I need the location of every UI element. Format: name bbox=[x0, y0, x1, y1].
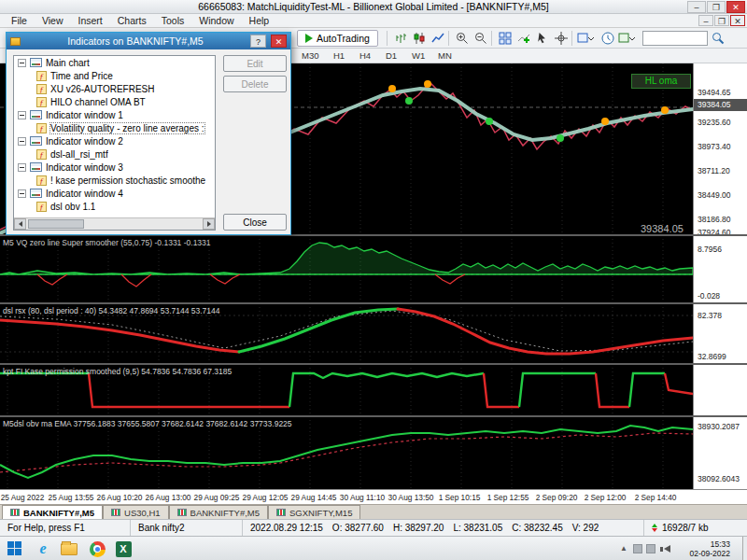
kase-green-3 bbox=[519, 373, 596, 407]
timeframe-h1[interactable]: H1 bbox=[329, 49, 349, 62]
taskbar-clock[interactable]: 15:33 02-09-2022 bbox=[690, 539, 730, 558]
status-account[interactable]: Bank nifty2 bbox=[131, 520, 243, 537]
menu-window[interactable]: Window bbox=[191, 14, 241, 27]
title-bar[interactable]: 66665083: MatchLiquidityTest-ML - Billio… bbox=[0, 0, 747, 14]
crosshair-icon[interactable] bbox=[553, 31, 570, 46]
search-input[interactable] bbox=[642, 31, 708, 46]
speaker-icon[interactable] bbox=[664, 545, 670, 553]
tree-item-indicator-window-3[interactable]: Indicator window 3 bbox=[14, 161, 215, 174]
menu-charts[interactable]: Charts bbox=[110, 14, 154, 27]
child-minimize-button[interactable]: – bbox=[698, 15, 713, 26]
close-dialog-button[interactable]: Close bbox=[223, 214, 287, 231]
scrollbar-thumb[interactable] bbox=[28, 219, 84, 229]
scroll-right-icon[interactable] bbox=[203, 218, 215, 230]
collapse-icon[interactable] bbox=[18, 111, 26, 119]
kase-green-4 bbox=[629, 373, 665, 407]
tab-banknifty-m5[interactable]: BANKNIFTY#,M5 bbox=[2, 505, 103, 519]
start-button[interactable] bbox=[4, 539, 26, 558]
tree-item-indicator-window-2[interactable]: Indicator window 2 bbox=[14, 134, 215, 147]
new-chart-dropdown-icon[interactable] bbox=[618, 31, 635, 46]
autotrading-play-icon bbox=[305, 34, 313, 43]
tray-icon-1[interactable] bbox=[633, 544, 642, 553]
chart-window-icon bbox=[30, 136, 42, 146]
child-close-button[interactable]: ✕ bbox=[730, 15, 745, 26]
collapse-icon[interactable] bbox=[18, 59, 26, 67]
tree-item-dsl-obv[interactable]: ƒ dsl obv 1.1 bbox=[14, 200, 215, 213]
sub1-axis-bottom: -0.028 bbox=[694, 291, 746, 301]
bar-time: 2022.08.29 12:15 bbox=[250, 523, 323, 533]
windows-logo-icon bbox=[7, 541, 22, 556]
candlestick-icon[interactable] bbox=[411, 31, 428, 46]
dialog-help-button[interactable]: ? bbox=[250, 35, 266, 48]
templates-dropdown-icon[interactable] bbox=[577, 31, 594, 46]
axis-label: 39235.60 bbox=[694, 118, 746, 127]
tree-item-main-chart[interactable]: Main chart bbox=[14, 56, 215, 69]
add-indicator-icon[interactable] bbox=[515, 31, 532, 46]
pane-separator[interactable] bbox=[0, 415, 747, 417]
tab-banknifty-m5-2[interactable]: BANKNIFTY#,M5 bbox=[169, 505, 268, 519]
menu-file[interactable]: File bbox=[4, 14, 35, 27]
collapse-icon[interactable] bbox=[18, 189, 26, 198]
zoom-out-icon[interactable] bbox=[472, 31, 489, 46]
tree-item-indicator-window-1[interactable]: Indicator window 1 bbox=[14, 108, 215, 121]
timeframe-h4[interactable]: H4 bbox=[355, 49, 375, 62]
scroll-left-icon[interactable] bbox=[14, 218, 26, 230]
tree-item-kase-permission[interactable]: ƒ ! kase permission stochastic smoothe bbox=[14, 174, 215, 187]
line-chart-icon[interactable] bbox=[430, 31, 446, 46]
dialog-close-icon[interactable]: ✕ bbox=[271, 35, 287, 48]
tree-item-dsl-rsi[interactable]: ƒ dsl-all_rsi_mtf bbox=[14, 147, 215, 161]
indicator-fx-icon: ƒ bbox=[36, 202, 47, 212]
tile-windows-icon[interactable] bbox=[497, 31, 514, 46]
child-restore-button[interactable]: ❐ bbox=[714, 15, 729, 26]
menu-insert[interactable]: Insert bbox=[71, 14, 110, 27]
tree-horizontal-scrollbar[interactable] bbox=[14, 217, 215, 230]
collapse-icon[interactable] bbox=[18, 137, 26, 146]
tree-item-xu-v26[interactable]: ƒ XU v26-AUTOREFRESH bbox=[14, 82, 215, 95]
cursor-icon[interactable] bbox=[534, 31, 551, 46]
bar-chart-icon[interactable] bbox=[392, 31, 409, 46]
chrome-icon[interactable] bbox=[86, 539, 108, 558]
chart-window-icon bbox=[30, 189, 42, 198]
time-axis[interactable]: 25 Aug 2022 25 Aug 13:55 26 Aug 10:20 26… bbox=[0, 489, 747, 504]
tree-item-hilo-channel[interactable]: ƒ HILO channel OMA BT bbox=[14, 95, 215, 108]
timeframe-m30[interactable]: M30 bbox=[297, 49, 323, 62]
menu-help[interactable]: Help bbox=[242, 14, 277, 27]
indicator-fx-icon: ƒ bbox=[36, 84, 47, 94]
excel-icon[interactable]: X bbox=[112, 539, 134, 558]
internet-explorer-icon[interactable]: e bbox=[32, 539, 54, 558]
minimize-button[interactable]: – bbox=[687, 1, 706, 13]
timeframe-d1[interactable]: D1 bbox=[381, 49, 402, 62]
pane-separator[interactable] bbox=[0, 363, 747, 365]
menu-view[interactable]: View bbox=[35, 14, 71, 27]
tree-item-indicator-window-4[interactable]: Indicator window 4 bbox=[14, 187, 215, 200]
collapse-icon[interactable] bbox=[18, 163, 26, 172]
status-traffic: 16928/7 kb bbox=[644, 520, 747, 537]
status-bar: For Help, press F1 Bank nifty2 2022.08.2… bbox=[0, 519, 747, 536]
tab-sgxnifty-m15[interactable]: SGXNIFTY,M15 bbox=[268, 505, 360, 519]
bar-volume: V: 292 bbox=[572, 523, 599, 533]
search-icon[interactable] bbox=[710, 31, 726, 46]
timeframe-mn[interactable]: MN bbox=[433, 49, 457, 62]
sub4-axis-top: 38930.2087 bbox=[694, 422, 746, 431]
timeframe-w1[interactable]: W1 bbox=[407, 49, 430, 62]
delete-button[interactable]: Delete bbox=[223, 76, 287, 92]
dialog-titlebar[interactable]: Indicators on BANKNIFTY#,M5 ? ✕ bbox=[7, 33, 290, 49]
status-help-text: For Help, press F1 bbox=[0, 520, 131, 537]
tab-us30-h1[interactable]: US30,H1 bbox=[103, 505, 169, 519]
price-axis[interactable]: 39494.65 39384.05 39235.60 38973.40 3871… bbox=[693, 63, 747, 489]
menu-tools[interactable]: Tools bbox=[154, 14, 192, 27]
tray-icon-2[interactable] bbox=[646, 544, 655, 553]
pane-separator[interactable] bbox=[0, 302, 747, 304]
tree-item-volatility-quality[interactable]: ƒ Volatility quality - zero line average… bbox=[14, 121, 215, 134]
subwindow-2-title: dsl rsx (80, dsl period : 40) 54.3482 47… bbox=[3, 306, 220, 315]
clock-icon[interactable] bbox=[599, 31, 616, 46]
close-button[interactable]: ✕ bbox=[726, 1, 745, 13]
restore-button[interactable]: ❐ bbox=[707, 1, 726, 13]
edit-button[interactable]: Edit bbox=[223, 55, 287, 72]
autotrading-button[interactable]: AutoTrading bbox=[297, 30, 378, 47]
tray-expand-icon[interactable]: ▲ bbox=[620, 544, 627, 553]
show-desktop-button[interactable] bbox=[742, 537, 747, 560]
tree-item-time-and-price[interactable]: ƒ Time and Price bbox=[14, 69, 215, 82]
file-explorer-icon[interactable] bbox=[58, 539, 80, 558]
zoom-in-icon[interactable] bbox=[454, 31, 471, 46]
